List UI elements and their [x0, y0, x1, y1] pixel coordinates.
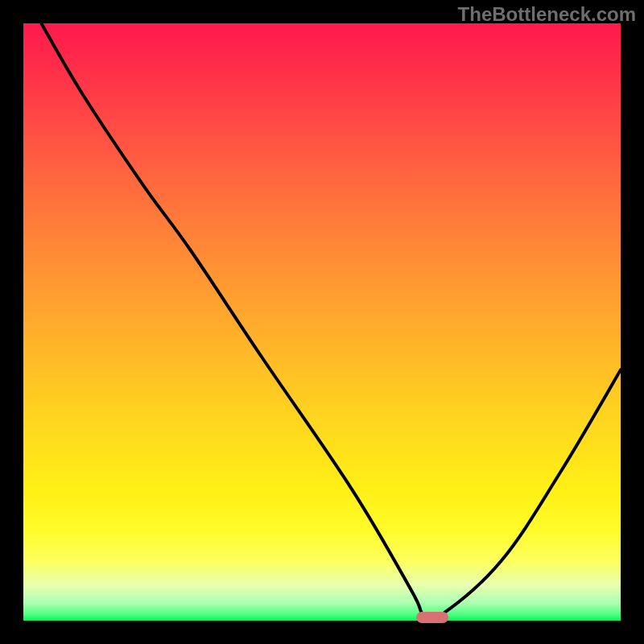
curve-path — [41, 23, 621, 620]
bottleneck-curve — [23, 23, 621, 621]
optimal-marker — [416, 612, 448, 623]
watermark-text: TheBottleneck.com — [458, 3, 636, 26]
plot-area — [23, 23, 621, 621]
